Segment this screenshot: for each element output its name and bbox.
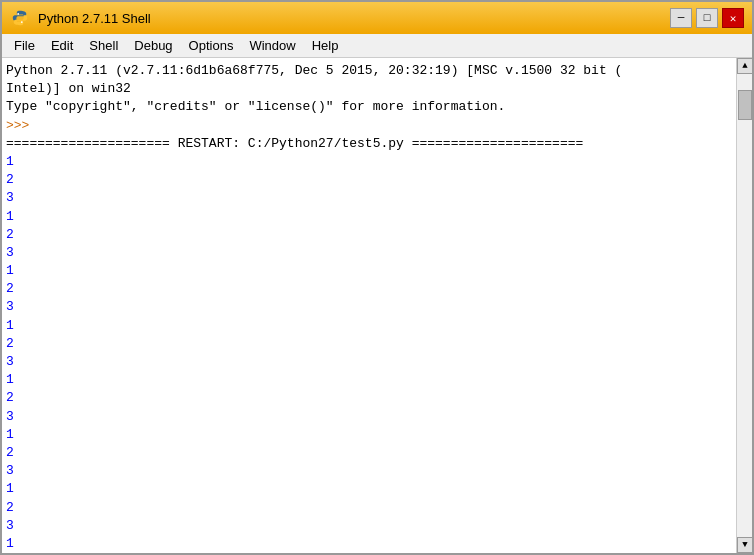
intro-line-3: Type "copyright", "credits" or "license(… xyxy=(6,98,748,116)
restart-line: ===================== RESTART: C:/Python… xyxy=(6,135,748,153)
window-title: Python 2.7.11 Shell xyxy=(38,11,151,26)
scrollbar-up-arrow[interactable]: ▲ xyxy=(737,58,752,74)
main-window: Python 2.7.11 Shell ─ □ ✕ File Edit Shel… xyxy=(0,0,754,555)
output-15: 3 xyxy=(6,408,748,426)
scrollbar-thumb[interactable] xyxy=(738,90,752,120)
shell-content[interactable]: Python 2.7.11 (v2.7.11:6d1b6a68f775, Dec… xyxy=(2,58,752,553)
output-17: 2 xyxy=(6,444,748,462)
menu-file[interactable]: File xyxy=(6,36,43,55)
output-5: 2 xyxy=(6,226,748,244)
svg-point-0 xyxy=(17,13,19,15)
output-9: 3 xyxy=(6,298,748,316)
output-10: 1 xyxy=(6,317,748,335)
shell-output: Python 2.7.11 (v2.7.11:6d1b6a68f775, Dec… xyxy=(6,62,748,553)
output-19: 1 xyxy=(6,480,748,498)
output-22: 1 xyxy=(6,535,748,553)
menu-edit[interactable]: Edit xyxy=(43,36,81,55)
output-18: 3 xyxy=(6,462,748,480)
output-7: 1 xyxy=(6,262,748,280)
menu-options[interactable]: Options xyxy=(181,36,242,55)
title-bar: Python 2.7.11 Shell ─ □ ✕ xyxy=(2,2,752,34)
close-button[interactable]: ✕ xyxy=(722,8,744,28)
output-3: 3 xyxy=(6,189,748,207)
output-2: 2 xyxy=(6,171,748,189)
menu-shell[interactable]: Shell xyxy=(81,36,126,55)
output-14: 2 xyxy=(6,389,748,407)
menu-bar: File Edit Shell Debug Options Window Hel… xyxy=(2,34,752,58)
scrollbar[interactable]: ▲ ▼ xyxy=(736,58,752,553)
intro-line-2: Intel)] on win32 xyxy=(6,80,748,98)
output-11: 2 xyxy=(6,335,748,353)
output-1: 1 xyxy=(6,153,748,171)
minimize-button[interactable]: ─ xyxy=(670,8,692,28)
output-13: 1 xyxy=(6,371,748,389)
initial-prompt: >>> xyxy=(6,117,748,135)
title-bar-controls: ─ □ ✕ xyxy=(670,8,744,28)
intro-line-1: Python 2.7.11 (v2.7.11:6d1b6a68f775, Dec… xyxy=(6,62,748,80)
svg-point-1 xyxy=(21,21,23,23)
menu-debug[interactable]: Debug xyxy=(126,36,180,55)
output-8: 2 xyxy=(6,280,748,298)
output-21: 3 xyxy=(6,517,748,535)
maximize-button[interactable]: □ xyxy=(696,8,718,28)
scrollbar-down-arrow[interactable]: ▼ xyxy=(737,537,752,553)
menu-help[interactable]: Help xyxy=(304,36,347,55)
output-6: 3 xyxy=(6,244,748,262)
output-16: 1 xyxy=(6,426,748,444)
output-4: 1 xyxy=(6,208,748,226)
menu-window[interactable]: Window xyxy=(241,36,303,55)
output-12: 3 xyxy=(6,353,748,371)
python-icon xyxy=(10,8,30,28)
title-bar-left: Python 2.7.11 Shell xyxy=(10,8,151,28)
output-20: 2 xyxy=(6,499,748,517)
